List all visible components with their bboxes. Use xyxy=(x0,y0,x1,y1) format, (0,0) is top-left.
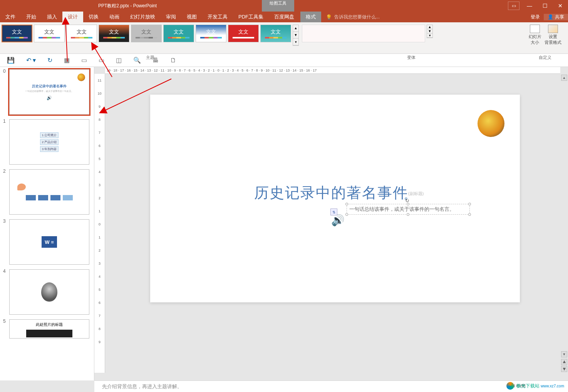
tab-animation[interactable]: 动画 xyxy=(104,12,125,22)
tab-file[interactable]: 文件 xyxy=(0,12,21,22)
prev-slide-button[interactable]: ⯅ xyxy=(561,359,567,365)
scroll-up-button[interactable]: ▲ xyxy=(561,75,567,81)
tab-developer[interactable]: 开发工具 xyxy=(202,12,233,22)
theme-gallery-scroll[interactable]: ▲▼▾ xyxy=(293,25,299,46)
horizontal-ruler[interactable]: 19 · 18 · 17 · 16 · 15 · 14 · 13 · 12 · … xyxy=(105,67,560,74)
tab-baidupan[interactable]: 百度网盘 xyxy=(269,12,300,22)
ribbon-tabs: 文件 开始 插入 设计 切换 动画 幻灯片放映 审阅 视图 开发工具 PDF工具… xyxy=(0,12,568,22)
slide-size-icon xyxy=(530,25,540,33)
watermark-logo-icon xyxy=(506,382,514,390)
tell-me-search[interactable]: 💡 告诉我您想要做什么... xyxy=(326,12,380,22)
slide-canvas[interactable]: 历史记录中的著名事件 (副标题) 一句话总结该事件，或关于该事件的一句名言。 ↻… xyxy=(150,95,520,302)
smart-tag-icon[interactable]: ⇅ xyxy=(330,209,337,215)
share-button[interactable]: 👤 共享 xyxy=(544,14,568,20)
tab-pdftools[interactable]: PDF工具集 xyxy=(233,12,269,22)
vertical-ruler[interactable]: 11109876543210123456789 xyxy=(94,74,105,373)
audio-icon: 🔊 xyxy=(47,95,52,100)
slide-size-button[interactable]: 幻灯片 大小 xyxy=(529,25,541,51)
theme-thumb-2[interactable]: 文文 xyxy=(34,25,65,42)
thumbnail-1[interactable]: 1 ★ 1 公司简介 2 产品介绍 3 年别内容 xyxy=(0,117,94,167)
tell-me-placeholder: 告诉我您想要做什么... xyxy=(334,14,380,20)
maximize-button[interactable]: ☐ xyxy=(537,0,553,12)
login-link[interactable]: 登录 xyxy=(527,14,544,20)
slide-editor: 19 · 18 · 17 · 16 · 15 · 14 · 13 · 12 · … xyxy=(94,67,568,380)
thumbnail-3[interactable]: 3 ★ W ≡ xyxy=(0,217,94,267)
tab-slideshow[interactable]: 幻灯片放映 xyxy=(125,12,161,22)
format-background-button[interactable]: 设置 背景格式 xyxy=(545,25,561,51)
window-title: PPT教程2.pptx - PowerPoint xyxy=(98,3,157,9)
next-slide-button[interactable]: ⯆ xyxy=(561,366,567,372)
variant-gallery-scroll[interactable]: ▲▼▾ xyxy=(427,25,433,38)
main-area: 0 历史记录中的著名事件 一句话总结该事件，或关于该事件的一句名言。 🔊 1 ★… xyxy=(0,67,568,380)
variant-thumb[interactable] xyxy=(302,25,425,42)
slide-title-text[interactable]: 历史记录中的著名事件 xyxy=(254,183,408,203)
theme-thumb-8[interactable]: 文文 xyxy=(228,25,259,42)
theme-thumb-7[interactable]: 文文 xyxy=(196,25,226,42)
notes-pane[interactable]: 先介绍背景信息，再进入主题讲解。 xyxy=(94,380,568,392)
tab-view[interactable]: 视图 xyxy=(181,12,202,22)
thumbnail-2[interactable]: 2 ★ xyxy=(0,167,94,217)
minimize-button[interactable]: — xyxy=(522,0,537,12)
group-label-themes: 主题 xyxy=(0,55,300,60)
theme-gallery: 文文 文文 文文 文文 文文 文文 文文 文文 文文 ▲▼▾ xyxy=(0,22,300,47)
ribbon-content: 文文 文文 文文 文文 文文 文文 文文 文文 文文 ▲▼▾ 主题 ▲▼▾ 变体… xyxy=(0,22,568,54)
scroll-down-button[interactable]: ▼ xyxy=(561,351,567,357)
slide-image[interactable] xyxy=(478,110,504,137)
theme-thumb-6[interactable]: 文文 xyxy=(163,25,194,42)
thumbnail-4[interactable]: 4 xyxy=(0,267,94,317)
tab-review[interactable]: 审阅 xyxy=(161,12,181,22)
lightbulb-icon: 💡 xyxy=(326,14,332,20)
tab-home[interactable]: 开始 xyxy=(21,12,42,22)
theme-thumb-1[interactable]: 文文 xyxy=(2,25,32,42)
slide-thumbnails-panel[interactable]: 0 历史记录中的著名事件 一句话总结该事件，或关于该事件的一句名言。 🔊 1 ★… xyxy=(0,67,94,380)
share-icon: 👤 xyxy=(548,14,553,20)
group-label-customize: 自定义 xyxy=(522,55,568,60)
theme-thumb-4[interactable]: 文文 xyxy=(99,25,129,42)
slide-title-hint: (副标题) xyxy=(408,191,424,197)
theme-thumb-9[interactable]: 文文 xyxy=(260,25,291,42)
thumbnail-5[interactable]: 5 此处照片的标题 xyxy=(0,317,94,341)
close-button[interactable]: ✕ xyxy=(553,0,568,12)
title-bar: PPT教程2.pptx - PowerPoint 绘图工具 ▭ — ☐ ✕ xyxy=(0,0,568,12)
ribbon-display-options-button[interactable]: ▭ xyxy=(508,2,519,10)
group-label-variants: 变体 xyxy=(300,55,522,60)
theme-thumb-3[interactable]: 文文 xyxy=(66,25,97,42)
audio-icon[interactable]: 🔊 xyxy=(331,214,347,229)
thumbnail-0[interactable]: 0 历史记录中的著名事件 一句话总结该事件，或关于该事件的一句名言。 🔊 xyxy=(0,67,94,117)
tab-format[interactable]: 格式 xyxy=(300,12,321,22)
watermark: 极光下载站 www.xz7.com xyxy=(506,382,564,390)
tab-transition[interactable]: 切换 xyxy=(83,12,104,22)
tab-insert[interactable]: 插入 xyxy=(42,12,62,22)
contextual-tool-label: 绘图工具 xyxy=(262,0,294,12)
portrait-image xyxy=(41,282,57,302)
tab-design[interactable]: 设计 xyxy=(62,12,83,22)
format-background-icon xyxy=(548,25,558,33)
slide-subtitle-textbox[interactable]: 一句话总结该事件，或关于该事件的一句名言。 ↻ xyxy=(347,204,470,215)
theme-thumb-5[interactable]: 文文 xyxy=(131,25,162,42)
